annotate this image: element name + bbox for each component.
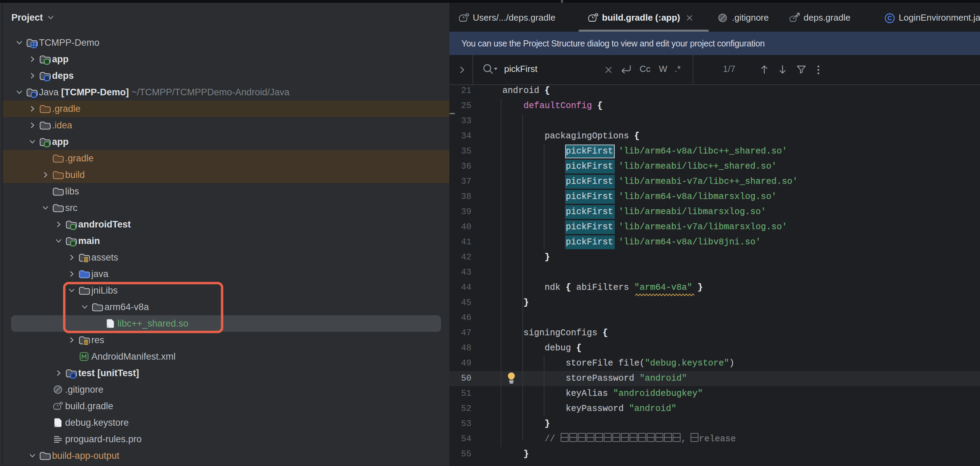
- svg-text:C: C: [888, 15, 892, 22]
